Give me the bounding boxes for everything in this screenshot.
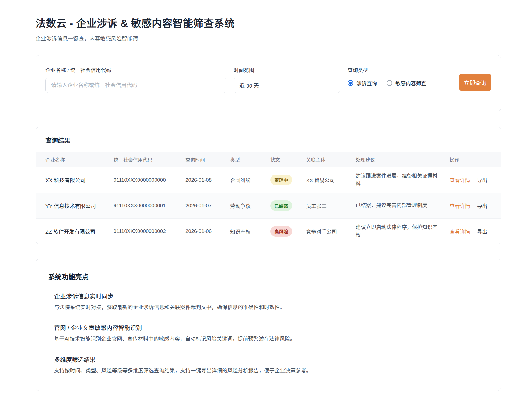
cell-credit-code: 91110XXX0000000002 [114, 224, 186, 238]
cell-company: ZZ 软件开发有限公司 [46, 223, 114, 240]
cell-status: 高风险 [270, 222, 306, 241]
export-link[interactable]: 导出 [477, 228, 487, 235]
cell-actions: 查看详情 导出 [450, 198, 496, 214]
feature-title: 企业涉诉信息实时同步 [54, 291, 488, 300]
cell-query-date: 2026-01-07 [186, 198, 230, 213]
radio-litigation-label: 涉诉查询 [356, 79, 377, 87]
view-details-link[interactable]: 查看详情 [450, 202, 470, 209]
feature-description: 基于AI技术智能识别企业官网、宣传材料中的敏感内容，自动标记风险关键词，提前预警… [54, 335, 488, 343]
feature-description: 与法院系统实时对接，获取最新的企业涉诉信息和关联案件裁判文书，确保信息的准确性和… [54, 304, 488, 311]
page-container: 法数云 - 企业涉诉 & 敏感内容智能筛查系统 企业涉诉信息一键查，内容敏感风险… [36, 0, 501, 391]
feature-title: 多维度筛选结果 [54, 355, 488, 363]
cell-credit-code: 91110XXX0000000000 [114, 173, 186, 187]
cell-query-date: 2026-01-08 [186, 173, 230, 187]
feature-item: 企业涉诉信息实时同步 与法院系统实时对接，获取最新的企业涉诉信息和关联案件裁判文… [54, 291, 488, 311]
cell-status: 审理中 [270, 170, 306, 189]
search-card: 企业名称 / 统一社会信用代码 时间范围 查询类型 涉诉查询 敏感内容筛查 立即… [36, 55, 501, 111]
radio-sensitive-content[interactable]: 敏感内容筛查 [387, 79, 426, 87]
column-header-company: 企业名称 [46, 156, 114, 163]
cell-related-subject: 竞争对手公司 [306, 223, 356, 239]
results-title: 查询结果 [36, 127, 501, 152]
company-name-label: 企业名称 / 统一社会信用代码 [46, 66, 226, 73]
feature-item: 多维度筛选结果 支持按时间、类型、风险等级等多维度筛选查询结果，支持一键导出详细… [54, 355, 488, 374]
time-range-label: 时间范围 [234, 66, 340, 73]
table-header-row: 企业名称 统一社会信用代码 查询时间 类型 状态 关联主体 处理建议 操作 [36, 152, 501, 167]
table-row: XX 科技有限公司 91110XXX0000000000 2026-01-08 … [36, 167, 501, 193]
cell-advice: 建议跟进案件进展，准备相关证据材料 [356, 168, 450, 192]
feature-list: 企业涉诉信息实时同步 与法院系统实时对接，获取最新的企业涉诉信息和关联案件裁判文… [48, 291, 488, 374]
cell-case-type: 合同纠纷 [230, 172, 270, 188]
table-row: ZZ 软件开发有限公司 91110XXX0000000002 2026-01-0… [36, 218, 501, 244]
page-title: 法数云 - 企业涉诉 & 敏感内容智能筛查系统 [36, 0, 501, 30]
cell-advice: 建议立即启动法律程序，保护知识产权 [356, 219, 450, 244]
query-type-label: 查询类型 [348, 66, 452, 73]
feature-description: 支持按时间、类型、风险等级等多维度筛选查询结果，支持一键导出详细的风险分析报告，… [54, 367, 488, 374]
column-header-advice: 处理建议 [356, 156, 450, 163]
status-badge: 高风险 [270, 226, 292, 237]
results-card: 查询结果 企业名称 统一社会信用代码 查询时间 类型 状态 关联主体 处理建议 … [36, 127, 501, 244]
column-header-status: 状态 [270, 156, 306, 163]
page-subtitle: 企业涉诉信息一键查，内容敏感风险智能筛 [36, 34, 501, 42]
view-details-link[interactable]: 查看详情 [450, 228, 470, 235]
status-badge: 审理中 [270, 175, 292, 185]
radio-sensitive-label: 敏感内容筛查 [396, 79, 426, 87]
column-header-code: 统一社会信用代码 [114, 156, 186, 163]
cell-actions: 查看详情 导出 [450, 172, 496, 188]
export-link[interactable]: 导出 [477, 176, 487, 184]
cell-advice: 已结案，建议完善内部管理制度 [356, 197, 450, 214]
cell-company: YY 信息技术有限公司 [46, 198, 114, 214]
status-badge: 已结案 [270, 200, 292, 211]
cell-company: XX 科技有限公司 [46, 172, 114, 188]
cell-credit-code: 91110XXX0000000001 [114, 198, 186, 213]
features-card: 系统功能亮点 企业涉诉信息实时同步 与法院系统实时对接，获取最新的企业涉诉信息和… [36, 259, 501, 391]
column-header-type: 类型 [230, 156, 270, 163]
column-header-actions: 操作 [450, 156, 496, 163]
cell-case-type: 劳动争议 [230, 198, 270, 214]
radio-unselected-icon [387, 80, 392, 86]
cell-related-subject: 员工张三 [306, 198, 356, 214]
features-title: 系统功能亮点 [48, 272, 488, 281]
company-name-field: 企业名称 / 统一社会信用代码 [46, 66, 226, 93]
company-name-input[interactable] [46, 78, 226, 93]
cell-case-type: 知识产权 [230, 223, 270, 239]
radio-litigation-query[interactable]: 涉诉查询 [348, 79, 377, 87]
cell-actions: 查看详情 导出 [450, 223, 496, 239]
table-row: YY 信息技术有限公司 91110XXX0000000001 2026-01-0… [36, 193, 501, 218]
query-type-radio-group: 涉诉查询 敏感内容筛查 [348, 79, 452, 87]
cell-query-date: 2026-01-06 [186, 224, 230, 238]
view-details-link[interactable]: 查看详情 [450, 176, 470, 184]
column-header-subject: 关联主体 [306, 156, 356, 163]
column-header-date: 查询时间 [186, 156, 230, 163]
feature-item: 官网 / 企业文章敏感内容智能识别 基于AI技术智能识别企业官网、宣传材料中的敏… [54, 323, 488, 343]
search-button[interactable]: 立即查询 [459, 74, 491, 91]
feature-title: 官网 / 企业文章敏感内容智能识别 [54, 323, 488, 332]
time-range-input[interactable] [234, 78, 340, 93]
radio-selected-icon [348, 80, 353, 86]
time-range-field: 时间范围 [234, 66, 340, 93]
query-type-field: 查询类型 涉诉查询 敏感内容筛查 [348, 66, 452, 87]
cell-related-subject: XX 贸易公司 [306, 172, 356, 188]
export-link[interactable]: 导出 [477, 202, 487, 209]
cell-status: 已结案 [270, 196, 306, 215]
